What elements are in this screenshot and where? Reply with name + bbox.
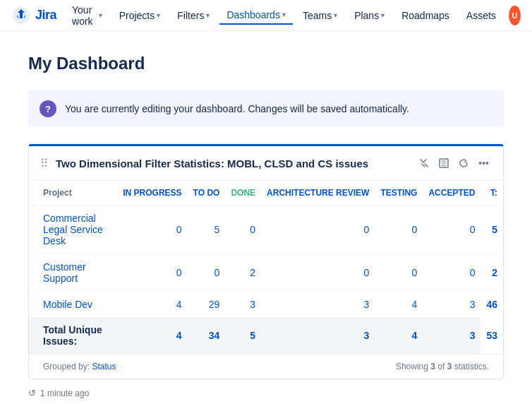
table-row: Customer Support 0 0 2 0 0 0 2 <box>29 254 503 292</box>
grouped-by-label: Grouped by: Status <box>43 362 116 372</box>
cell-testing[interactable]: 4 <box>375 292 423 318</box>
widget-header: ⠿ Two Dimensional Filter Statistics: MOB… <box>29 146 503 181</box>
filter-statistics-widget: ⠿ Two Dimensional Filter Statistics: MOB… <box>28 144 504 379</box>
nav-teams[interactable]: Teams ▾ <box>296 7 344 24</box>
cell-accepted[interactable]: 0 <box>423 206 480 254</box>
statistics-table-wrap: Project IN PROGRESS TO DO DONE ARCHITECT… <box>29 181 503 354</box>
totals-arch: 3 <box>261 317 375 354</box>
collapse-button[interactable] <box>416 157 432 170</box>
widget-footer: Grouped by: Status Showing 3 of 3 statis… <box>29 354 503 379</box>
col-header-todo: TO DO <box>188 181 226 206</box>
cell-done[interactable]: 3 <box>225 292 261 318</box>
cell-arch[interactable]: 0 <box>261 206 375 254</box>
col-header-testing: TESTING <box>375 181 423 206</box>
banner-text: You are currently editing your dashboard… <box>65 103 409 114</box>
chevron-icon: ▾ <box>157 11 160 19</box>
user-avatar[interactable]: U <box>509 6 521 25</box>
page-content: My Dashboard ? You are currently editing… <box>0 31 532 404</box>
nav-filters[interactable]: Filters ▾ <box>170 7 217 24</box>
showing-statistics: Showing 3 of 3 statistics. <box>396 362 489 372</box>
cell-done[interactable]: 0 <box>225 206 261 254</box>
logo-text: Jira <box>35 8 56 23</box>
col-header-project: Project <box>29 181 117 206</box>
jira-logo-icon <box>11 6 31 25</box>
of-count: 3 <box>447 362 452 372</box>
widget-title: Two Dimensional Filter Statistics: MOBL,… <box>56 158 409 170</box>
grouped-by-value[interactable]: Status <box>92 362 116 372</box>
chevron-icon: ▾ <box>381 11 385 19</box>
cell-todo[interactable]: 0 <box>188 254 226 292</box>
chevron-icon: ▾ <box>206 11 210 19</box>
nav-assets[interactable]: Assets <box>459 7 503 24</box>
cell-project[interactable]: Mobile Dev <box>29 292 117 318</box>
totals-testing: 4 <box>375 317 423 354</box>
totals-todo: 34 <box>188 317 226 354</box>
totals-label: Total Unique Issues: <box>29 317 117 354</box>
chevron-icon: ▾ <box>334 11 337 19</box>
more-options-button[interactable]: ••• <box>476 156 492 170</box>
table-row: Commercial Legal Service Desk 0 5 0 0 0 … <box>29 206 503 254</box>
col-header-inprogress: IN PROGRESS <box>117 181 187 206</box>
totals-total: 53 <box>480 317 503 354</box>
cell-total: 2 <box>480 254 503 292</box>
cell-inprogress[interactable]: 0 <box>117 206 187 254</box>
chevron-icon: ▾ <box>282 11 286 18</box>
cell-accepted[interactable]: 0 <box>423 254 480 292</box>
refresh-bar: ↺ 1 minute ago <box>28 379 504 398</box>
nav-projects[interactable]: Projects ▾ <box>112 7 168 24</box>
logo[interactable]: Jira <box>11 6 56 25</box>
col-header-accepted: ACCEPTED <box>423 181 480 206</box>
cell-arch[interactable]: 3 <box>261 292 375 318</box>
cell-inprogress[interactable]: 4 <box>117 292 187 318</box>
col-header-total: T: <box>480 181 503 206</box>
totals-row: Total Unique Issues: 4 34 5 3 4 3 53 <box>29 317 503 354</box>
expand-button[interactable] <box>436 157 452 170</box>
refresh-button[interactable] <box>456 157 471 170</box>
nav-plans[interactable]: Plans ▾ <box>347 7 392 24</box>
refresh-time: 1 minute ago <box>40 388 89 398</box>
refresh-icon: ↺ <box>28 388 36 398</box>
totals-done: 5 <box>225 317 261 354</box>
cell-total: 46 <box>480 292 503 318</box>
cell-todo[interactable]: 29 <box>188 292 226 318</box>
nav-dashboards[interactable]: Dashboards ▾ <box>219 6 293 25</box>
statistics-table: Project IN PROGRESS TO DO DONE ARCHITECT… <box>29 181 503 354</box>
col-header-done: DONE <box>225 181 261 206</box>
totals-inprogress: 4 <box>117 317 187 354</box>
cell-total: 5 <box>480 206 503 254</box>
cell-inprogress[interactable]: 0 <box>117 254 187 292</box>
info-icon: ? <box>40 100 56 117</box>
cell-accepted[interactable]: 3 <box>423 292 480 318</box>
nav-your-work[interactable]: Your work ▾ <box>65 1 109 30</box>
cell-project[interactable]: Customer Support <box>29 254 117 292</box>
edit-banner: ? You are currently editing your dashboa… <box>28 90 504 127</box>
nav-roadmaps[interactable]: Roadmaps <box>394 7 457 24</box>
totals-accepted: 3 <box>423 317 480 354</box>
cell-testing[interactable]: 0 <box>375 254 423 292</box>
widget-actions: ••• <box>416 156 492 170</box>
top-nav: Jira Your work ▾ Projects ▾ Filters ▾ Da… <box>0 0 532 31</box>
cell-done[interactable]: 2 <box>225 254 261 292</box>
col-header-arch-review: ARCHITECTURE REVIEW <box>261 181 375 206</box>
drag-handle-icon[interactable]: ⠿ <box>40 157 49 170</box>
showing-count: 3 <box>430 362 435 372</box>
cell-arch[interactable]: 0 <box>261 254 375 292</box>
table-row: Mobile Dev 4 29 3 3 4 3 46 <box>29 292 503 318</box>
cell-todo[interactable]: 5 <box>188 206 226 254</box>
cell-project[interactable]: Commercial Legal Service Desk <box>29 206 117 254</box>
page-title: My Dashboard <box>28 54 504 73</box>
chevron-icon: ▾ <box>99 11 102 19</box>
cell-testing[interactable]: 0 <box>375 206 423 254</box>
